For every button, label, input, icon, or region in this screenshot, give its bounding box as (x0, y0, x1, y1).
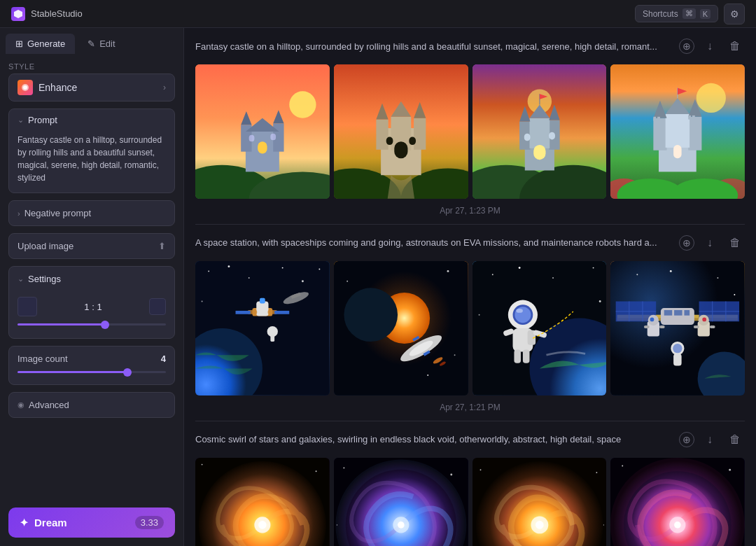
galaxy-image-4[interactable] (610, 458, 745, 547)
settings-button[interactable]: ⚙ (724, 4, 745, 24)
prompt-text[interactable]: Fantasy castle on a hilltop, surrounded … (9, 131, 174, 192)
svg-rect-53 (688, 117, 701, 150)
space-image-4[interactable] (610, 261, 745, 396)
generation-3-delete-button[interactable]: 🗑 (725, 430, 745, 449)
svg-rect-62 (673, 145, 682, 158)
svg-point-177 (536, 521, 544, 529)
sidebar-content: Style Enhance › (0, 54, 183, 546)
ratio-row: 1 : 1 (18, 297, 166, 316)
ratio-slider[interactable] (18, 323, 166, 326)
svg-rect-61 (692, 115, 695, 120)
svg-point-119 (670, 270, 672, 272)
main-layout: ⊞ Generate ✎ Edit Style (0, 28, 756, 546)
sidebar: ⊞ Generate ✎ Edit Style (0, 28, 184, 546)
galaxy-image-1[interactable] (195, 458, 330, 547)
style-icon (18, 80, 33, 95)
generation-1-download-button[interactable]: ↓ (700, 36, 720, 56)
svg-rect-82 (270, 335, 274, 342)
svg-rect-58 (654, 117, 657, 121)
castle-image-3[interactable] (472, 64, 607, 199)
svg-point-70 (302, 280, 304, 282)
titlebar: StableStudio Shortcuts ⌘ K ⚙ (0, 0, 756, 28)
generation-3-download-button[interactable]: ↓ (700, 430, 720, 449)
castle-image-2[interactable] (334, 64, 468, 199)
svg-point-179 (622, 465, 624, 466)
svg-point-143 (703, 317, 707, 321)
chevron-right-icon: › (163, 83, 166, 92)
tab-generate[interactable]: ⊞ Generate (6, 34, 75, 54)
svg-rect-59 (657, 117, 660, 121)
tab-edit[interactable]: ✎ Edit (78, 34, 125, 54)
kbd2: K (700, 9, 710, 19)
svg-rect-26 (394, 141, 407, 158)
generation-1-prompt-bar: Fantasy castle on a hilltop, surrounded … (184, 28, 756, 64)
prompt-label: Prompt (28, 115, 57, 125)
dream-button-left: ✦ Dream (20, 517, 67, 529)
dream-label: Dream (34, 517, 67, 528)
shortcuts-button[interactable]: Shortcuts ⌘ K (635, 5, 718, 22)
svg-point-147 (673, 344, 682, 353)
ratio-box-right[interactable] (149, 298, 166, 315)
svg-point-187 (674, 522, 681, 528)
svg-point-68 (248, 277, 250, 279)
generation-3-add-button[interactable]: ⊕ (679, 432, 694, 447)
settings-content: 1 : 1 (9, 291, 174, 338)
svg-rect-115 (514, 349, 521, 363)
generate-tab-icon: ⊞ (15, 38, 23, 49)
castle-image-1[interactable] (195, 64, 330, 199)
count-slider[interactable] (18, 371, 166, 373)
svg-rect-80 (274, 311, 289, 314)
generation-2-add-button[interactable]: ⊕ (679, 235, 694, 251)
settings-header[interactable]: ⌄ Settings (9, 267, 174, 291)
svg-rect-139 (644, 326, 650, 328)
space-image-1[interactable] (195, 261, 330, 396)
generation-2-actions: ⊕ ↓ 🗑 (679, 233, 745, 253)
negative-prompt-item[interactable]: › Negative prompt (8, 200, 175, 226)
svg-rect-133 (664, 310, 673, 316)
svg-rect-28 (409, 137, 416, 146)
svg-rect-145 (710, 326, 715, 328)
dream-button[interactable]: ✦ Dream 3.33 (8, 507, 175, 538)
dream-cost: 3.33 (135, 516, 164, 529)
space-image-3[interactable] (472, 261, 607, 396)
generation-2-download-button[interactable]: ↓ (700, 233, 720, 253)
svg-point-105 (598, 300, 601, 302)
svg-point-2 (23, 85, 27, 90)
generate-tab-label: Generate (27, 38, 65, 49)
svg-point-138 (650, 317, 654, 321)
generation-1-prompt: Fantasy castle on a hilltop, surrounded … (195, 41, 672, 52)
svg-rect-116 (522, 349, 529, 363)
ratio-slider-thumb[interactable] (101, 321, 109, 329)
svg-rect-135 (685, 310, 690, 316)
ratio-box-left[interactable] (18, 297, 37, 316)
collapse-icon: › (18, 209, 20, 218)
castle-image-4[interactable] (610, 64, 745, 199)
space-image-2[interactable] (334, 261, 468, 396)
app-logo (11, 7, 25, 21)
svg-point-86 (346, 281, 348, 282)
prompt-header[interactable]: ⌄ Prompt (9, 109, 174, 131)
svg-point-92 (344, 288, 398, 342)
generation-1-delete-button[interactable]: 🗑 (725, 36, 745, 56)
svg-rect-20 (376, 120, 388, 150)
upload-image-item[interactable]: Upload image ⬆ (8, 233, 175, 259)
style-section: Style Enhance › (8, 62, 175, 102)
image-count-top: Image count 4 (9, 346, 174, 367)
advanced-item[interactable]: ◉ Advanced (8, 392, 175, 418)
count-slider-thumb[interactable] (123, 368, 132, 377)
generation-2-delete-button[interactable]: 🗑 (725, 233, 745, 253)
svg-rect-13 (258, 141, 267, 153)
svg-rect-78 (260, 298, 265, 303)
svg-rect-41 (524, 134, 530, 141)
galaxy-image-2[interactable] (334, 458, 468, 547)
svg-rect-148 (673, 354, 682, 365)
svg-point-71 (318, 268, 320, 270)
style-selector[interactable]: Enhance › (8, 74, 175, 102)
svg-rect-40 (533, 145, 545, 160)
ratio-label: 1 : 1 (84, 302, 102, 312)
style-name: Enhance (38, 82, 77, 93)
svg-rect-134 (674, 310, 682, 316)
galaxy-image-3[interactable] (472, 458, 607, 547)
generation-2-prompt-bar: A space station, with spaceships coming … (184, 225, 756, 261)
generation-1-add-button[interactable]: ⊕ (679, 38, 694, 54)
